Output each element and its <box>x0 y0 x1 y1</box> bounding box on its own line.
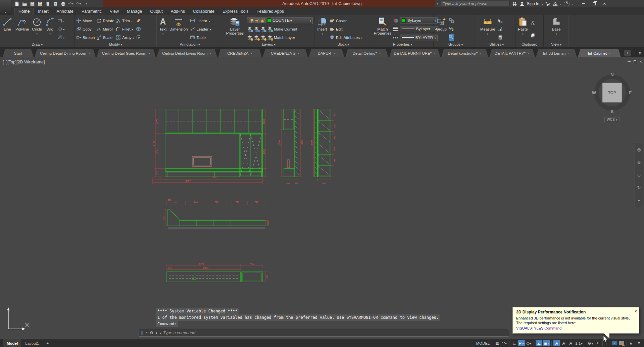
leader-caret-icon[interactable] <box>210 27 211 31</box>
insert-block-button[interactable]: Insert <box>316 16 328 42</box>
status-bar-menu-button[interactable]: ≡ <box>636 340 642 346</box>
command-input[interactable] <box>163 331 507 335</box>
save-to-web-mobile-button[interactable] <box>44 1 51 7</box>
close-tab-icon[interactable]: × <box>148 51 150 55</box>
move-button[interactable]: Move <box>76 17 95 24</box>
arc-caret-icon[interactable] <box>49 32 51 36</box>
dimension-button[interactable]: Dimension <box>169 16 188 42</box>
object-snap-tracking-toggle[interactable]: ∠ <box>536 340 542 346</box>
help-button[interactable]: ? <box>564 1 570 6</box>
ribbon-tab-collaborate[interactable]: Collaborate <box>189 8 218 15</box>
close-tab-icon[interactable]: × <box>88 51 90 55</box>
viewcube-top-label[interactable]: TOP <box>608 91 616 95</box>
erase-button[interactable] <box>136 17 141 24</box>
arc-button[interactable]: Arc <box>44 16 56 42</box>
ungroup-button[interactable] <box>449 17 454 24</box>
layer-dropdown[interactable]: COUNTER <box>247 17 313 24</box>
file-tab[interactable]: Ceiling Detail Living Room× <box>157 49 217 57</box>
layer-dropdown-caret-icon[interactable] <box>310 18 311 23</box>
workspace-switching-button[interactable]: ⚙ <box>587 340 594 346</box>
polyline-button[interactable]: Polyline <box>15 16 30 42</box>
id-point-button[interactable] <box>498 26 503 33</box>
notification-close-icon[interactable]: × <box>635 309 637 314</box>
ribbon-tab-annotate[interactable]: Annotate <box>53 8 78 15</box>
clean-screen-button[interactable]: ◱ <box>629 340 635 346</box>
tab-overflow-menu[interactable]: ▴▾ <box>639 51 641 57</box>
fillet-caret-icon[interactable] <box>132 27 133 31</box>
quick-select-button[interactable] <box>498 17 503 24</box>
save-as-button[interactable] <box>37 1 43 7</box>
insert-caret-icon[interactable] <box>321 32 323 36</box>
file-tab[interactable]: Int-3d Lemari× <box>536 49 577 57</box>
offset-button[interactable] <box>136 34 141 41</box>
recent-commands-caret-icon[interactable] <box>160 331 161 335</box>
new-file-button[interactable] <box>13 1 20 7</box>
close-tab-icon[interactable]: × <box>250 51 252 55</box>
rotate-button[interactable]: Rotate <box>96 17 114 24</box>
measure-button[interactable]: Measure <box>480 16 496 42</box>
command-line[interactable]: ⣿ × ⚙ › <box>139 329 509 337</box>
view-panel-label[interactable]: View <box>544 42 569 47</box>
rectangle-caret-icon[interactable] <box>63 18 64 23</box>
object-snap-toggle[interactable]: ▣ <box>543 340 550 346</box>
annotation-panel-label[interactable]: Annotation <box>157 42 222 47</box>
autodesk-a360-icon[interactable] <box>553 1 558 6</box>
layer-color-swatch[interactable] <box>267 18 271 22</box>
text-caret-icon[interactable] <box>162 32 164 36</box>
group-button[interactable]: Group <box>435 16 447 42</box>
match-layer-button[interactable]: Match Layer <box>247 34 313 41</box>
scale-caret-icon[interactable] <box>581 341 582 345</box>
trim-caret-icon[interactable] <box>131 19 133 23</box>
circle-button[interactable]: Circle <box>31 16 43 42</box>
file-tab-start[interactable]: Start <box>3 49 34 57</box>
minimize-button[interactable] <box>579 1 588 7</box>
stretch-button[interactable]: Stretch <box>76 34 95 41</box>
file-tab[interactable]: DAPUR× <box>309 49 344 57</box>
model-space-button[interactable]: MODEL <box>476 340 491 346</box>
infocenter-collapse-icon[interactable]: ▸ <box>437 2 439 5</box>
ribbon-tab-insert[interactable]: Insert <box>34 8 52 15</box>
match-properties-button[interactable]: Match Properties <box>374 16 392 42</box>
edit-block-button[interactable]: Edit <box>330 26 362 33</box>
file-tab[interactable]: Ceiling Detail Dining Room× <box>35 49 96 57</box>
customization-button[interactable]: + <box>594 340 601 346</box>
restore-button[interactable] <box>590 1 599 7</box>
annotation-scale-button[interactable]: A <box>567 340 574 346</box>
help-caret-icon[interactable] <box>572 1 574 6</box>
file-tab-active[interactable]: Int-Cabinet× <box>578 49 621 57</box>
create-block-button[interactable]: Create <box>330 17 362 24</box>
close-tab-icon[interactable]: × <box>568 51 570 55</box>
draw-panel-label[interactable]: Draw <box>0 42 74 47</box>
utilities-panel-label[interactable]: Utilities <box>478 42 515 47</box>
viewcube-east[interactable]: E <box>629 90 632 95</box>
groups-panel-label[interactable]: Groups <box>434 42 478 47</box>
osnap-caret-icon[interactable] <box>548 341 549 346</box>
a360-caret-icon[interactable] <box>560 1 561 6</box>
layers-panel-label[interactable]: Layers <box>223 42 314 47</box>
viewport-controls-label[interactable]: [−][Top][2D Wireframe] <box>3 60 45 64</box>
zoom-icon[interactable]: ⊙ <box>637 172 641 178</box>
file-tab[interactable]: CREDENZA× <box>218 49 262 57</box>
drawing-restore-button[interactable] <box>634 60 636 63</box>
annotation-visibility-toggle[interactable]: A <box>553 340 560 346</box>
model-viewport[interactable]: [−][Top][2D Wireframe] × <box>0 57 644 339</box>
line-button[interactable]: Line <box>2 16 13 42</box>
wcs-dropdown[interactable]: WCS <box>604 117 620 122</box>
viewcube-south[interactable]: S <box>611 109 614 114</box>
array-button[interactable]: Array <box>116 34 134 41</box>
copy-clip-button[interactable] <box>530 32 535 39</box>
rectangle-button[interactable] <box>57 17 64 24</box>
layer-thaw-icon[interactable] <box>255 18 259 23</box>
circle-caret-icon[interactable] <box>36 32 38 36</box>
lineweight-dropdown[interactable]: ByLayer <box>400 26 438 32</box>
snap-toggle[interactable]: ∷ <box>501 340 507 346</box>
graphics-performance-button[interactable]: ✓ <box>611 340 618 346</box>
base-caret-icon[interactable] <box>555 32 557 36</box>
polar-tracking-toggle[interactable]: ◴ <box>518 340 525 346</box>
block-panel-label[interactable]: Block <box>315 42 371 47</box>
paste-caret-icon[interactable] <box>522 32 524 36</box>
explode-button[interactable] <box>136 26 141 33</box>
drawing-close-button[interactable]: × <box>639 59 642 64</box>
layer-unlock-icon[interactable] <box>260 18 265 23</box>
qat-customize-button[interactable]: ▾ <box>83 1 90 7</box>
